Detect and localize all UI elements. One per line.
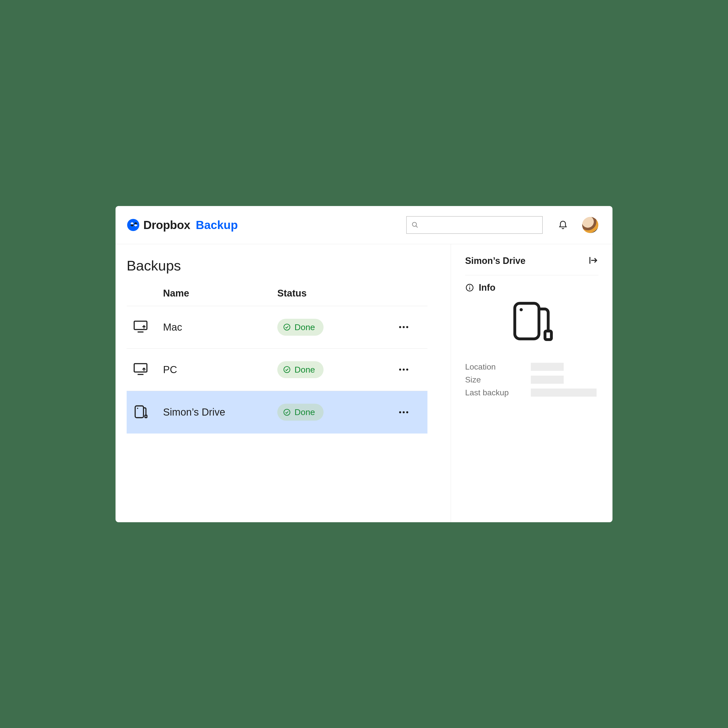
table-row[interactable]: Simon’s Drive Done: [127, 391, 427, 433]
monitor-icon: [133, 319, 163, 335]
svg-point-32: [469, 285, 470, 286]
row-actions-button[interactable]: [397, 320, 411, 334]
svg-point-24: [284, 409, 290, 415]
bell-icon: [558, 220, 568, 230]
table-row[interactable]: PC Done: [127, 349, 427, 391]
info-label: Info: [479, 282, 496, 293]
svg-rect-23: [145, 415, 147, 418]
svg-point-12: [403, 326, 405, 328]
svg-point-25: [399, 411, 401, 413]
backups-table: Name Status Mac: [127, 288, 427, 433]
table-row[interactable]: Mac Done: [127, 306, 427, 349]
check-circle-icon: [283, 408, 291, 416]
page-title: Backups: [127, 257, 451, 274]
table-header: Name Status: [127, 288, 427, 306]
app-header: Dropbox Backup: [116, 206, 612, 244]
external-drive-icon: [509, 299, 555, 344]
monitor-icon: [133, 361, 163, 378]
meta-row-location: Location: [465, 362, 598, 372]
status-badge: Done: [277, 319, 324, 336]
details-panel: Simon’s Drive Info: [451, 244, 612, 522]
meta-row-last-backup: Last backup: [465, 388, 598, 398]
svg-point-13: [406, 326, 408, 328]
row-name: PC: [163, 364, 277, 375]
dropbox-logo-icon: [127, 219, 140, 231]
check-circle-icon: [283, 323, 291, 331]
brand: Dropbox Backup: [127, 218, 238, 232]
svg-point-20: [406, 369, 408, 370]
details-header: Simon’s Drive: [465, 255, 598, 275]
meta-value-placeholder: [531, 388, 596, 397]
row-name: Mac: [163, 321, 277, 333]
meta-value-placeholder: [531, 376, 564, 384]
svg-point-5: [412, 222, 416, 226]
info-icon: [465, 283, 474, 292]
brand-name: Dropbox: [143, 218, 190, 232]
meta-row-size: Size: [465, 375, 598, 384]
device-preview: [465, 299, 598, 344]
svg-rect-35: [545, 331, 551, 340]
meta-label: Last backup: [465, 388, 531, 398]
column-header-name[interactable]: Name: [163, 288, 277, 299]
app-window: Dropbox Backup Backups Name: [116, 206, 612, 522]
meta-label: Location: [465, 362, 531, 372]
svg-point-10: [284, 324, 290, 330]
row-name: Simon’s Drive: [163, 407, 277, 418]
brand-subname: Backup: [196, 218, 238, 232]
collapse-right-icon: [588, 255, 598, 265]
status-text: Done: [295, 407, 315, 417]
status-text: Done: [295, 365, 315, 375]
main-panel: Backups Name Status: [116, 244, 451, 522]
more-horizontal-icon: [399, 411, 409, 414]
svg-point-11: [399, 326, 401, 328]
external-drive-icon: [133, 404, 163, 421]
search-input[interactable]: [406, 216, 543, 234]
svg-point-26: [403, 411, 405, 413]
svg-rect-21: [135, 406, 144, 418]
meta-value-placeholder: [531, 363, 564, 371]
svg-point-17: [284, 367, 290, 373]
collapse-panel-button[interactable]: [588, 255, 598, 266]
status-badge: Done: [277, 361, 324, 378]
svg-line-6: [416, 226, 418, 227]
details-title: Simon’s Drive: [465, 255, 526, 266]
status-badge: Done: [277, 404, 324, 421]
svg-point-27: [406, 411, 408, 413]
meta-label: Size: [465, 375, 531, 384]
check-circle-icon: [283, 366, 291, 373]
svg-point-19: [403, 369, 405, 370]
info-section-header: Info: [465, 282, 598, 293]
notifications-button[interactable]: [558, 220, 568, 230]
more-horizontal-icon: [399, 326, 409, 329]
search-icon: [411, 221, 419, 229]
svg-rect-14: [134, 364, 147, 372]
svg-rect-7: [134, 321, 147, 330]
column-header-status[interactable]: Status: [277, 288, 386, 299]
row-actions-button[interactable]: [397, 405, 411, 419]
svg-point-34: [520, 308, 523, 311]
svg-point-22: [137, 408, 138, 409]
row-actions-button[interactable]: [397, 362, 411, 377]
status-text: Done: [295, 322, 315, 332]
svg-point-18: [399, 369, 401, 370]
more-horizontal-icon: [399, 368, 409, 371]
app-body: Backups Name Status: [116, 244, 612, 522]
avatar[interactable]: [582, 217, 598, 233]
svg-rect-33: [515, 303, 539, 339]
